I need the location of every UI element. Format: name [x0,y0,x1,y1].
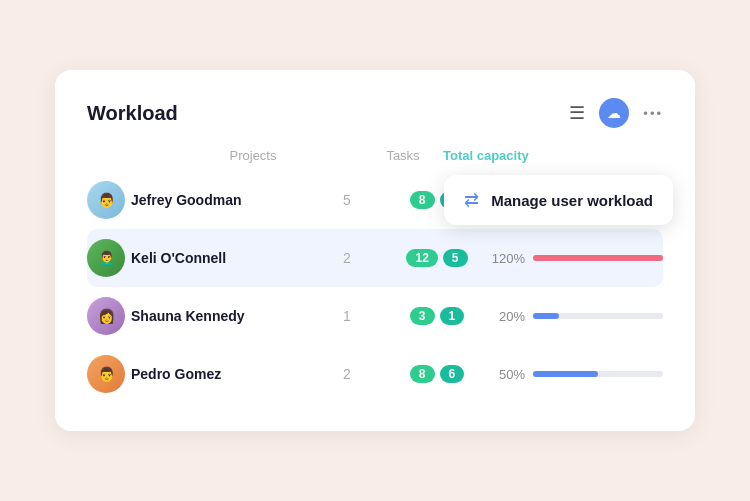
user-name-shauna: Shauna Kennedy [131,308,307,324]
col-capacity-label: Total capacity [443,148,543,163]
avatar-keli: 👨‍🦱 [87,239,125,277]
capacity-pct-shauna: 20% [487,309,525,324]
progress-fill-keli [533,255,663,261]
progress-bg-shauna [533,313,663,319]
col-tasks-label: Tasks [363,148,443,163]
progress-fill-pedro [533,371,598,377]
badge-tasks-secondary-keli: 5 [443,249,468,267]
capacity-pedro: 50% [487,367,663,382]
tasks-pedro: 8 6 [387,365,487,383]
projects-shauna: 1 [307,308,387,324]
progress-bg-pedro [533,371,663,377]
badge-tasks-primary-shauna: 3 [410,307,435,325]
cloud-icon[interactable]: ☁ [599,98,629,128]
user-row-shauna: 👩 Shauna Kennedy 1 3 1 20% [87,287,663,345]
badge-tasks-primary-jefrey: 8 [410,191,435,209]
avatar-jefrey: 👨 [87,181,125,219]
projects-jefrey: 5 [307,192,387,208]
user-name-pedro: Pedro Gomez [131,366,307,382]
badge-tasks-secondary-pedro: 6 [440,365,465,383]
tasks-shauna: 3 1 [387,307,487,325]
user-row-keli: 👨‍🦱 Keli O'Connell 2 12 5 120% [87,229,663,287]
avatar-shauna: 👩 [87,297,125,335]
projects-keli: 2 [307,250,387,266]
card-title: Workload [87,102,178,125]
workload-card: Workload ☰ ☁ ••• Projects Tasks Total ca… [55,70,695,431]
tasks-keli: 12 5 [387,249,487,267]
user-row-jefrey: 👨 Jefrey Goodman 5 8 2 ⇄ Manage user wor… [87,171,663,229]
badge-tasks-primary-keli: 12 [406,249,437,267]
manage-workload-tooltip[interactable]: ⇄ Manage user workload [444,175,673,225]
table-header: Projects Tasks Total capacity [143,148,663,171]
list-icon[interactable]: ☰ [569,102,585,124]
capacity-keli: 120% [487,251,663,266]
user-name-keli: Keli O'Connell [131,250,307,266]
card-header: Workload ☰ ☁ ••• [87,98,663,128]
progress-bg-keli [533,255,663,261]
more-icon[interactable]: ••• [643,106,663,121]
avatar-pedro: 👨 [87,355,125,393]
capacity-pct-keli: 120% [487,251,525,266]
badge-tasks-secondary-shauna: 1 [440,307,465,325]
user-row-pedro: 👨 Pedro Gomez 2 8 6 50% [87,345,663,403]
capacity-pct-pedro: 50% [487,367,525,382]
capacity-shauna: 20% [487,309,663,324]
swap-icon: ⇄ [464,189,479,211]
projects-pedro: 2 [307,366,387,382]
user-name-jefrey: Jefrey Goodman [131,192,307,208]
col-projects-label: Projects [143,148,363,163]
badge-tasks-primary-pedro: 8 [410,365,435,383]
progress-fill-shauna [533,313,559,319]
header-icons: ☰ ☁ ••• [569,98,663,128]
tooltip-text: Manage user workload [491,192,653,209]
